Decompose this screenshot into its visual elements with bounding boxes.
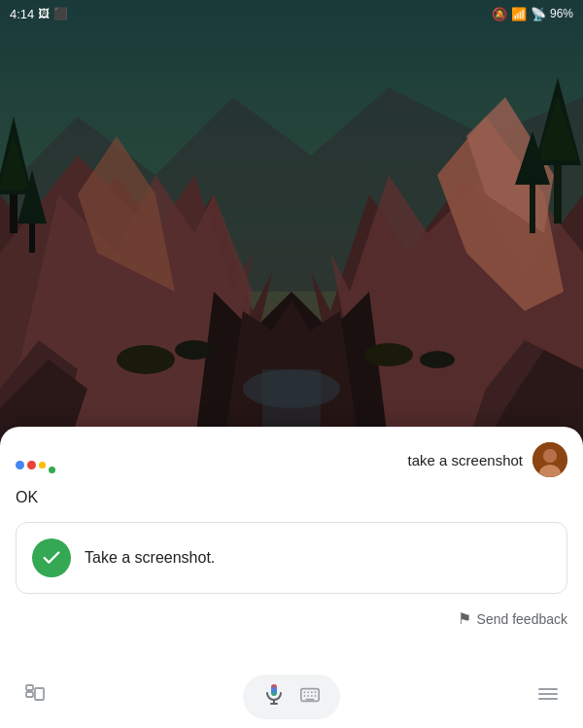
svg-rect-37 bbox=[26, 692, 33, 697]
ok-label: OK bbox=[0, 485, 583, 514]
signal-icon: 📡 bbox=[531, 7, 546, 21]
status-bar: 4:14 🖼 ⬛ 🔕 📶 📡 96% bbox=[0, 0, 583, 27]
keyboard-icon[interactable] bbox=[299, 684, 321, 711]
result-text: Take a screenshot. bbox=[85, 549, 215, 567]
mute-icon: 🔕 bbox=[492, 7, 507, 21]
search-bar[interactable] bbox=[243, 675, 340, 719]
query-text: take a screenshot bbox=[408, 452, 523, 468]
time-display: 4:14 bbox=[10, 7, 34, 21]
microphone-icon[interactable] bbox=[262, 682, 286, 711]
status-icons: 🔕 📶 📡 96% bbox=[492, 7, 573, 21]
svg-rect-39 bbox=[271, 684, 277, 696]
status-time: 4:14 🖼 ⬛ bbox=[10, 7, 68, 21]
query-area: take a screenshot bbox=[408, 442, 567, 477]
status-photo-icon: 🖼 bbox=[38, 7, 50, 20]
battery-display: 96% bbox=[550, 7, 573, 20]
bottom-navigation bbox=[0, 666, 583, 728]
google-logo bbox=[16, 450, 55, 469]
assistant-header: take a screenshot bbox=[0, 427, 583, 485]
dot-blue bbox=[16, 461, 24, 469]
check-icon bbox=[32, 538, 71, 577]
svg-rect-13 bbox=[262, 369, 321, 428]
dot-red bbox=[27, 461, 36, 469]
dot-green bbox=[49, 467, 55, 473]
status-other-icon: ⬛ bbox=[53, 7, 68, 20]
menu-icon[interactable] bbox=[536, 682, 560, 711]
assistant-sheet: take a screenshot OK Take a screenshot. … bbox=[0, 427, 583, 728]
svg-point-29 bbox=[175, 340, 214, 360]
svg-point-28 bbox=[117, 345, 175, 374]
wifi-icon: 📶 bbox=[511, 7, 527, 21]
svg-point-30 bbox=[364, 343, 413, 366]
dot-yellow bbox=[39, 462, 46, 468]
result-card: Take a screenshot. bbox=[16, 522, 567, 594]
user-avatar[interactable] bbox=[532, 442, 567, 477]
wallpaper bbox=[0, 0, 583, 447]
feedback-row: ⚑ Send feedback bbox=[0, 602, 583, 632]
send-feedback-button[interactable]: Send feedback bbox=[477, 611, 567, 627]
feedback-icon: ⚑ bbox=[458, 609, 471, 628]
svg-point-31 bbox=[420, 351, 455, 368]
svg-rect-36 bbox=[26, 685, 33, 690]
recent-apps-icon[interactable] bbox=[23, 682, 47, 711]
svg-point-35 bbox=[543, 449, 557, 463]
svg-rect-38 bbox=[35, 688, 44, 700]
